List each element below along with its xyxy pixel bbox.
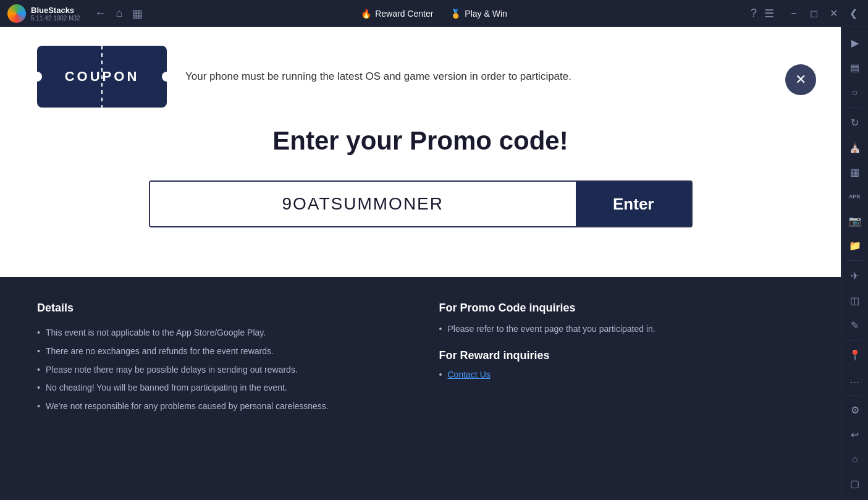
center-content: ✕ COUPON Your phone must be running the … [0, 27, 841, 500]
coupon-badge: COUPON [37, 46, 167, 108]
details-list: This event is not applicable to the App … [37, 326, 402, 414]
app-version: 5.11.42.1002 N32 [31, 15, 80, 22]
sidebar-multiinstance-icon[interactable]: ▦ [844, 161, 866, 183]
details-title: Details [37, 302, 402, 315]
promo-inquiries-text: Please refer to the event page that you … [439, 322, 804, 337]
menu-icon[interactable]: ☰ [764, 7, 774, 20]
inquiries-column: For Promo Code inquiries Please refer to… [439, 302, 804, 475]
main-layout: ✕ COUPON Your phone must be running the … [0, 27, 868, 500]
sidebar-toggle-button[interactable]: ❮ [846, 6, 861, 21]
reward-center-button[interactable]: 🔥 Reward Center [355, 6, 439, 21]
reward-emoji: 🔥 [361, 9, 371, 19]
maximize-button[interactable]: ◻ [806, 6, 821, 21]
lower-section: Details This event is not applicable to … [0, 277, 841, 500]
sidebar-settings-icon[interactable]: ⚙ [844, 399, 866, 422]
sidebar-divider-3 [847, 340, 863, 341]
close-button[interactable]: ✕ [826, 6, 841, 21]
detail-item: No cheating! You will be banned from par… [37, 381, 402, 396]
sidebar-video-icon[interactable]: ▶ [844, 32, 866, 54]
play-win-button[interactable]: 🏅 Play & Win [444, 6, 513, 21]
promo-input-row: Enter [149, 180, 693, 227]
detail-item: There are no exchanges and refunds for t… [37, 344, 402, 359]
sidebar-recents-icon[interactable]: ▢ [844, 473, 866, 495]
sidebar-location-icon[interactable]: 📍 [844, 344, 866, 367]
app-name-block: BlueStacks 5.11.42.1002 N32 [31, 6, 80, 22]
right-sidebar: ▶ ▤ ○ ↻ ⛪ ▦ APK 📷 📁 ✈ ◫ ✎ 📍 … ⚙ ↩ ⌂ ▢ [841, 27, 868, 500]
sidebar-divider-2 [847, 260, 863, 261]
home-icon[interactable]: ⌂ [116, 7, 123, 20]
sidebar-divider-1 [847, 107, 863, 108]
top-bar-center: 🔥 Reward Center 🏅 Play & Win [355, 6, 513, 21]
window-controls: − ◻ ✕ ❮ [786, 6, 861, 21]
coupon-dashes [101, 46, 103, 108]
promo-code-input[interactable] [150, 182, 576, 226]
sidebar-folder-icon[interactable]: 📁 [844, 235, 866, 257]
sidebar-divider-4 [847, 395, 863, 396]
sidebar-back-icon[interactable]: ↩ [844, 423, 866, 446]
promo-inquiries-title: For Promo Code inquiries [439, 302, 804, 315]
reward-center-label: Reward Center [375, 9, 433, 19]
sidebar-airplane-icon[interactable]: ✈ [844, 265, 866, 287]
help-icon[interactable]: ? [751, 7, 757, 20]
bluestacks-logo [7, 4, 26, 23]
detail-item: Please note there may be possible delays… [37, 363, 402, 378]
sidebar-screen-icon[interactable]: ◫ [844, 289, 866, 311]
top-bar: BlueStacks 5.11.42.1002 N32 ← ⌂ ▦ 🔥 Rewa… [0, 0, 868, 27]
sidebar-refresh-icon[interactable]: ↻ [844, 111, 866, 133]
sidebar-more-icon[interactable]: … [844, 369, 866, 391]
sidebar-camera-icon[interactable]: 📷 [844, 210, 866, 232]
enter-button[interactable]: Enter [576, 182, 691, 226]
nav-icons: ← ⌂ ▦ [95, 7, 143, 20]
detail-item: We're not responsible for any problems c… [37, 399, 402, 414]
upper-section: COUPON Your phone must be running the la… [0, 27, 841, 277]
sidebar-apk-icon[interactable]: APK [844, 185, 866, 208]
promo-title: Enter your Promo code! [37, 126, 804, 156]
app-name: BlueStacks [31, 6, 80, 15]
sidebar-brush-icon[interactable]: ✎ [844, 314, 866, 336]
play-win-label: Play & Win [465, 9, 507, 19]
sidebar-store-icon[interactable]: ⛪ [844, 136, 866, 158]
sidebar-record-icon[interactable]: ○ [844, 82, 866, 104]
coupon-notice: Your phone must be running the latest OS… [185, 69, 571, 85]
detail-item: This event is not applicable to the App … [37, 326, 402, 341]
layers-icon[interactable]: ▦ [132, 7, 143, 20]
play-emoji: 🏅 [450, 9, 461, 19]
close-circle-icon: ✕ [795, 72, 806, 88]
details-column: Details This event is not applicable to … [37, 302, 402, 475]
top-bar-right: ? ☰ − ◻ ✕ ❮ [751, 6, 861, 21]
coupon-header: COUPON Your phone must be running the la… [37, 46, 804, 108]
close-circle-button[interactable]: ✕ [785, 64, 816, 95]
reward-inquiries-title: For Reward inquiries [439, 349, 804, 362]
back-icon[interactable]: ← [95, 7, 106, 20]
sidebar-screenshot-icon[interactable]: ▤ [844, 57, 866, 79]
minimize-button[interactable]: − [786, 6, 801, 21]
sidebar-home-icon[interactable]: ⌂ [844, 448, 866, 470]
contact-us-link[interactable]: Contact Us [439, 370, 804, 379]
